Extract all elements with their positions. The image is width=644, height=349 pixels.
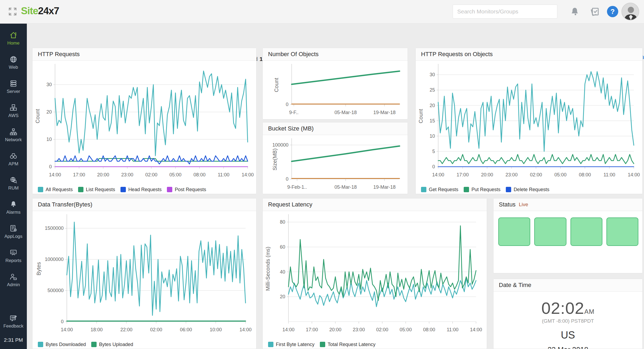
svg-text:15: 15 [430, 118, 435, 123]
sidebar-item-label: Alarms [6, 210, 21, 215]
legend-swatch [78, 187, 83, 192]
widget-data-transfer: Data Transfer(Bytes)05000001000000150000… [32, 198, 257, 349]
sidebar-item-label: Server [7, 89, 20, 94]
objects-requests-chart: 05101520253014:0017:0020:0023:0002:0005:… [416, 61, 642, 183]
legend-item[interactable]: Put Requests [464, 187, 500, 192]
date-label: 23 Mar 2018 [493, 346, 642, 349]
legend-item[interactable]: All Requests [38, 187, 73, 192]
svg-text:Milli-Seconds (ms): Milli-Seconds (ms) [265, 247, 271, 291]
data-transfer-title: Data Transfer(Bytes) [32, 198, 256, 211]
status-monitor-box[interactable] [534, 217, 566, 246]
sidebar-item-network[interactable]: Network [0, 123, 27, 147]
sidebar-item-admin[interactable]: Admin [0, 268, 27, 292]
http-requests-chart: 010203014:0017:0020:0023:0002:0005:0008:… [32, 61, 256, 183]
user-avatar[interactable] [621, 3, 639, 20]
svg-text:0: 0 [432, 164, 435, 169]
legend-label: Post Requests [175, 187, 206, 192]
location-label: US [493, 329, 642, 341]
legend-item[interactable]: List Requests [78, 187, 115, 192]
svg-text:19-Mar-18: 19-Mar-18 [373, 184, 396, 190]
svg-text:18:00: 18:00 [90, 327, 103, 332]
svg-text:08:00: 08:00 [193, 172, 206, 177]
apm-icon [9, 152, 17, 160]
sidebar-item-aws[interactable]: AWS [0, 99, 27, 123]
datetime-body: 02:02AM (GMT -8:00) PST8PDT US 23 Mar 20… [493, 292, 642, 349]
svg-text:0: 0 [49, 164, 52, 169]
status-monitor-row [493, 211, 642, 246]
legend-item[interactable]: Delete Requests [506, 187, 549, 192]
legend-item[interactable]: Bytes Downloaded [38, 342, 86, 347]
svg-text:9-Feb-1..: 9-Feb-1.. [287, 184, 307, 190]
sidebar-item-server[interactable]: Server [0, 75, 27, 99]
legend-label: Bytes Downloaded [46, 342, 86, 347]
web-icon [9, 55, 17, 63]
main-content: ← Amazon S3 environment ▼ Edit Dashboard… [27, 24, 644, 349]
status-monitor-box[interactable] [606, 217, 638, 246]
svg-text:1000000: 1000000 [45, 257, 64, 262]
status-widget-header: Status Live [493, 198, 642, 211]
network-icon [9, 128, 17, 136]
sidebar-item-web[interactable]: Web [0, 50, 27, 75]
legend-label: List Requests [86, 187, 115, 192]
search-input[interactable] [453, 5, 557, 19]
clock-time: 02:02AM [493, 299, 642, 318]
status-monitor-box[interactable] [498, 217, 530, 246]
sidebar-item-label: Web [9, 65, 18, 70]
bell-icon[interactable] [569, 6, 580, 17]
sidebar-item-apm[interactable]: APM [0, 147, 27, 171]
svg-text:11:00: 11:00 [218, 172, 229, 177]
legend-item[interactable]: Total Request Latency [320, 342, 375, 347]
widget-request-latency: Request Latency2040608014:0017:0020:0023… [262, 198, 487, 349]
admin-icon [9, 273, 17, 281]
live-badge: Live [519, 202, 528, 208]
svg-text:14:00: 14:00 [628, 172, 640, 177]
svg-text:05:00: 05:00 [400, 327, 412, 332]
help-icon[interactable]: ? [607, 6, 618, 17]
svg-text:1500000: 1500000 [45, 226, 64, 231]
svg-text:02:00: 02:00 [530, 172, 542, 177]
num-objects-title: Number Of Objects [263, 48, 408, 61]
svg-text:05:00: 05:00 [554, 172, 566, 177]
status-title: Status [499, 201, 515, 208]
svg-text:Count: Count [273, 78, 279, 92]
sidebar-item-home[interactable]: Home [0, 26, 27, 50]
http-requests-title: HTTP Requests [32, 48, 256, 61]
svg-text:10: 10 [430, 133, 435, 139]
data-transfer-chart: 05000001000000150000014:0018:0022:0002:0… [32, 211, 256, 338]
svg-text:14:00: 14:00 [61, 327, 73, 332]
svg-text:08:00: 08:00 [579, 172, 591, 177]
legend-item[interactable]: Post Requests [167, 187, 206, 192]
svg-text:14:00: 14:00 [239, 327, 251, 332]
request-latency-chart: 2040608014:0017:0020:0023:0002:0005:0008… [263, 211, 487, 338]
top-header: Site24x7 ? [0, 0, 644, 24]
sidebar-item-label: AppLogs [4, 234, 22, 239]
legend-item[interactable]: First Byte Latency [268, 342, 314, 347]
expand-icon[interactable] [8, 7, 17, 16]
datetime-title: Date & Time [499, 282, 531, 289]
svg-text:40: 40 [280, 269, 285, 275]
objects-requests-title: HTTP Requests on Objects [416, 48, 642, 61]
legend-item[interactable]: Get Requests [421, 187, 458, 192]
svg-text:05:00: 05:00 [169, 172, 181, 177]
sidebar-item-rum[interactable]: RUM [0, 171, 27, 195]
status-monitor-box[interactable] [570, 217, 602, 246]
sidebar-item-label: Home [7, 41, 19, 46]
svg-text:25: 25 [430, 87, 435, 93]
svg-text:0: 0 [286, 176, 288, 182]
legend-item[interactable]: Bytes Uploaded [91, 342, 133, 347]
svg-text:Count: Count [35, 109, 41, 123]
site24x7-logo[interactable]: Site24x7 [21, 5, 59, 17]
svg-text:02:00: 02:00 [145, 172, 157, 177]
svg-text:30: 30 [46, 82, 52, 87]
legend-item[interactable]: Head Requests [120, 187, 162, 192]
sidebar-item-alarms[interactable]: Alarms [0, 195, 27, 220]
sidebar-item-reports[interactable]: Reports [0, 244, 27, 268]
sidebar-item-feedback[interactable]: Feedback [0, 309, 27, 333]
svg-text:23:00: 23:00 [353, 327, 365, 332]
svg-text:5: 5 [432, 149, 435, 154]
sidebar-item-applogs[interactable]: AppLogs [0, 220, 27, 244]
svg-text:20:00: 20:00 [481, 172, 493, 177]
request-latency-legend: First Byte LatencyTotal Request Latency [263, 338, 487, 349]
tasks-icon[interactable] [589, 6, 600, 17]
widget-number-of-objects: Number Of Objects09-F..05-Mar-1819-Mar-1… [262, 48, 408, 119]
